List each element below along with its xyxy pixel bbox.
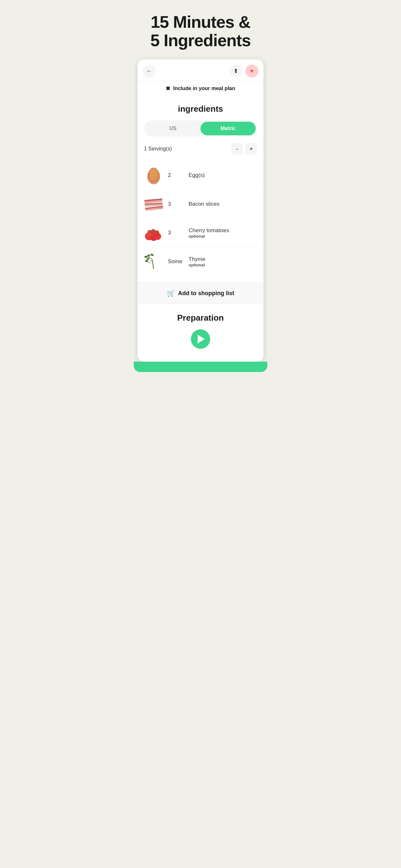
svg-point-10 (150, 171, 153, 174)
meal-plan-text: Include in your meal plan (173, 86, 235, 91)
bottom-bar (134, 362, 267, 372)
tomato-info: Cherry tomatoes optional (189, 227, 257, 239)
thyme-qty: Some (168, 258, 184, 265)
tomato-qty: 3 (168, 229, 184, 236)
thyme-optional: optional (189, 262, 257, 268)
app-card: ← ⬆ ♥ ✖ Include in your meal plan ingred… (137, 59, 264, 362)
top-right-buttons: ⬆ ♥ (229, 65, 258, 78)
servings-row: 1 Serving(s) - + (144, 143, 257, 155)
svg-line-26 (152, 259, 154, 269)
share-button[interactable]: ⬆ (229, 65, 242, 78)
egg-name: Egg(s) (189, 172, 257, 179)
egg-image (144, 166, 163, 185)
list-item: 3 Bacon slices (144, 190, 257, 219)
egg-info: Egg(s) (189, 172, 257, 179)
bacon-name: Bacon slices (189, 201, 257, 207)
list-item: 3 Cherry tomatoes optional (144, 219, 257, 247)
meal-plan-bar[interactable]: ✖ Include in your meal plan (137, 81, 264, 96)
us-toggle-button[interactable]: US (145, 122, 201, 135)
top-bar: ← ⬆ ♥ (137, 59, 264, 81)
tomato-image (144, 223, 163, 243)
tomato-optional: optional (189, 234, 257, 239)
svg-point-32 (144, 255, 148, 258)
servings-controls: - + (231, 143, 257, 155)
egg-qty: 2 (168, 172, 184, 179)
bacon-qty: 3 (168, 201, 184, 207)
svg-point-9 (150, 168, 158, 181)
bacon-image (144, 194, 163, 214)
ingredients-title: ingredients (144, 104, 257, 114)
ingredient-list: 2 Egg(s) 3 B (144, 161, 257, 276)
thyme-image (144, 252, 163, 271)
decrease-servings-button[interactable]: - (231, 143, 243, 155)
thyme-info: Thyme optional (189, 256, 257, 268)
metric-toggle-button[interactable]: Metric (201, 122, 256, 135)
preparation-section: Preparation (137, 304, 264, 355)
svg-point-34 (150, 253, 154, 256)
favorite-button[interactable]: ♥ (245, 65, 258, 78)
back-button[interactable]: ← (143, 65, 156, 78)
heart-icon: ♥ (250, 68, 254, 74)
thyme-name: Thyme (189, 256, 257, 262)
list-item: Some Thyme optional (144, 247, 257, 276)
hero-title: 15 Minutes & 5 Ingredients (143, 13, 258, 50)
share-icon: ⬆ (234, 67, 238, 74)
tomato-name: Cherry tomatoes (189, 227, 257, 234)
add-shopping-label: Add to shopping list (178, 290, 235, 297)
unit-toggle: US Metric (144, 120, 257, 136)
bacon-info: Bacon slices (189, 201, 257, 207)
play-icon (197, 335, 205, 344)
preparation-title: Preparation (144, 313, 257, 323)
meal-plan-icon: ✖ (166, 85, 171, 92)
hero-section: 15 Minutes & 5 Ingredients (134, 0, 267, 59)
add-to-shopping-list-button[interactable]: 🛒 Add to shopping list (137, 283, 264, 304)
cart-icon: 🛒 (167, 289, 175, 297)
play-button[interactable] (191, 330, 210, 349)
list-item: 2 Egg(s) (144, 161, 257, 190)
servings-label: 1 Serving(s) (144, 146, 172, 152)
play-btn-container (144, 330, 257, 352)
ingredients-section: ingredients US Metric 1 Serving(s) - + (137, 96, 264, 276)
increase-servings-button[interactable]: + (245, 143, 257, 155)
